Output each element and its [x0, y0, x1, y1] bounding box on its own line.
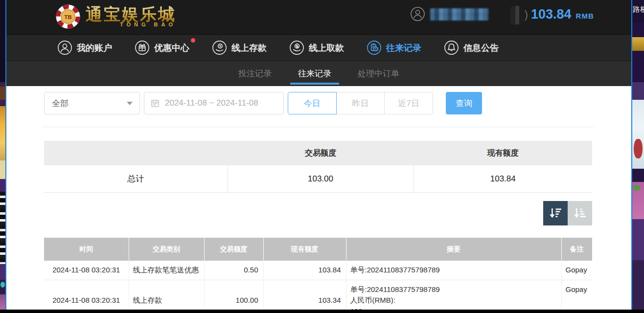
nav-item-线上取款[interactable]: 线上取款 [289, 40, 344, 55]
records-col-header: 备注 [561, 238, 592, 261]
records-icon [367, 40, 382, 55]
sort-toggle-group [543, 201, 592, 225]
summary-header-row: 交易额度 现有额度 [44, 141, 592, 165]
date-range-input[interactable]: 2024-11-08 ~ 2024-11-08 [144, 92, 284, 114]
sort-ascending-icon[interactable] [568, 201, 592, 225]
summary-total-label: 总计 [44, 165, 228, 193]
records-table: 时间交易类别交易额度现有额度摘要备注 2024-11-08 03:20:31线上… [44, 238, 592, 310]
search-button[interactable]: 查询 [446, 92, 482, 114]
user-avatar-icon[interactable] [410, 6, 425, 22]
records-col-header: 现有额度 [263, 238, 346, 261]
nav-item-线上存款[interactable]: 线上存款 [212, 40, 267, 55]
casino-chip-logo-icon: TB [55, 4, 81, 29]
cell-current-balance: 103.34 [263, 280, 346, 310]
section-divider [42, 127, 594, 127]
summary-header-balance: 现有额度 [414, 141, 592, 165]
cell-summary: 单号:202411083775798789 [346, 261, 561, 280]
background-page-right-strip: 路桥 [632, 0, 644, 310]
background-decor [632, 37, 644, 51]
records-col-header: 摘要 [346, 238, 561, 261]
cell-transaction-amount: 0.50 [204, 261, 263, 280]
background-decor [633, 185, 640, 191]
background-decor [0, 282, 5, 288]
table-row: 2024-11-08 03:20:31线上存款笔笔送优惠0.50103.84单号… [44, 261, 592, 280]
browser-viewport: TB 通宝娱乐城 TONG BAO 103.84 RMB 我的账户优惠中心线上存… [0, 0, 644, 313]
withdraw-icon [289, 40, 304, 55]
nav-item-信息公告[interactable]: 信息公告 [444, 40, 499, 55]
summary-transaction-total: 103.00 [228, 165, 414, 193]
quick-range-group: 今日昨日近7日 [288, 92, 433, 114]
cell-transaction-amount: 100.00 [204, 280, 263, 310]
nav-item-label: 信息公告 [463, 42, 499, 54]
nav-item-优惠中心[interactable]: 优惠中心 [135, 40, 189, 55]
cell-time: 2024-11-08 03:20:31 [44, 280, 129, 310]
overlay-right-border [631, 0, 632, 310]
site-header: TB 通宝娱乐城 TONG BAO 103.84 RMB [6, 0, 631, 34]
wallet-refresh-icon-redacted[interactable] [510, 6, 525, 24]
sort-descending-icon[interactable] [543, 201, 568, 225]
summary-current-balance: 103.84 [414, 165, 592, 193]
username-redacted [430, 8, 489, 21]
calendar-icon [150, 98, 160, 108]
nav-item-label: 线上存款 [231, 42, 267, 54]
summary-header-transaction: 交易额度 [228, 141, 414, 165]
category-select[interactable]: 全部 [44, 92, 140, 114]
logo-text: 通宝娱乐城 TONG BAO [86, 6, 176, 28]
nav-item-label: 往来记录 [386, 42, 421, 54]
background-text: 路桥 [633, 5, 644, 14]
cell-note: Gopay [561, 280, 592, 310]
nav-item-往来记录[interactable]: 往来记录 [367, 40, 421, 55]
logo-title: 通宝娱乐城 [86, 6, 176, 23]
overlay-left-border [5, 0, 6, 310]
logo-subtitle: TONG BAO [120, 22, 176, 27]
records-col-header: 交易额度 [204, 238, 263, 261]
deposit-icon [212, 40, 227, 55]
quick-range-近7日[interactable]: 近7日 [385, 92, 433, 114]
summary-table: 交易额度 现有额度 总计 103.00 103.84 [44, 141, 592, 193]
balance-amount: 103.84 [531, 7, 572, 22]
cell-transaction-type: 线上存款笔笔送优惠 [129, 261, 204, 280]
tab-往来记录[interactable]: 往来记录 [298, 61, 331, 86]
chevron-down-icon [127, 102, 133, 105]
tab-处理中订单[interactable]: 处理中订单 [358, 61, 399, 86]
background-game-thumbnail [634, 139, 643, 158]
records-content: 全部 2024-11-08 ~ 2024-11-08 今日昨日近7日 查询 [6, 86, 631, 310]
bell-icon [444, 40, 459, 55]
window-bottom-edge [0, 310, 644, 313]
background-page-left-strip [0, 0, 5, 310]
records-col-header: 时间 [44, 238, 129, 261]
quick-range-今日[interactable]: 今日 [288, 92, 337, 114]
summary-total-row: 总计 103.00 103.84 [44, 165, 592, 193]
qr-code-fragment [0, 192, 5, 264]
nav-item-label: 线上取款 [309, 42, 344, 54]
date-range-value: 2024-11-08 ~ 2024-11-08 [165, 98, 258, 108]
user-icon [57, 40, 72, 55]
tab-投注记录[interactable]: 投注记录 [238, 61, 272, 86]
quick-range-昨日[interactable]: 昨日 [337, 92, 385, 114]
nav-item-我的账户[interactable]: 我的账户 [57, 40, 112, 55]
summary-header-empty [44, 141, 228, 165]
records-header-row: 时间交易类别交易额度现有额度摘要备注 [44, 238, 592, 261]
balance-currency: RMB [576, 12, 594, 20]
cell-current-balance: 103.84 [263, 261, 346, 280]
cell-time: 2024-11-08 03:20:31 [44, 261, 129, 280]
svg-text:TB: TB [64, 14, 71, 20]
balance-display: 103.84 RMB [531, 7, 594, 22]
category-select-value: 全部 [52, 98, 69, 109]
gift-icon [135, 40, 150, 55]
site-logo[interactable]: TB 通宝娱乐城 TONG BAO [55, 4, 176, 29]
transaction-records-page: TB 通宝娱乐城 TONG BAO 103.84 RMB 我的账户优惠中心线上存… [6, 0, 631, 310]
nav-item-label: 我的账户 [77, 42, 112, 54]
cell-summary: 单号:202411083775798789人民币(RMB):100 [346, 280, 561, 310]
cell-note: Gopay [561, 261, 592, 280]
nav-item-label: 优惠中心 [154, 42, 189, 54]
record-tabs: 投注记录往来记录处理中订单 [6, 61, 631, 86]
main-navigation: 我的账户优惠中心线上存款线上取款往来记录信息公告 [6, 34, 631, 61]
table-row: 2024-11-08 03:20:31线上存款100.00103.34单号:20… [44, 280, 592, 310]
notification-badge-dot [191, 38, 195, 43]
records-col-header: 交易类别 [129, 238, 204, 261]
cell-transaction-type: 线上存款 [129, 280, 204, 310]
